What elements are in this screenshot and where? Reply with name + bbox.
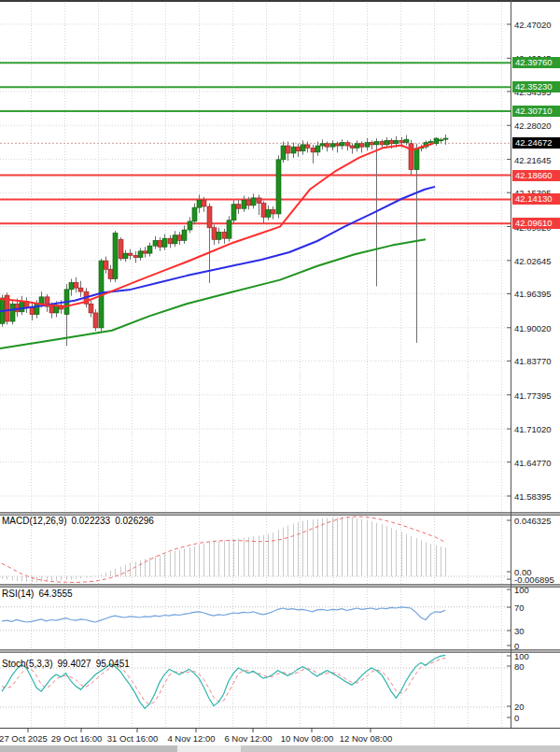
price-panel[interactable]: [0, 63, 511, 348]
candle-bull: [217, 232, 221, 239]
candle-bull: [173, 235, 177, 244]
candle-bear: [399, 140, 404, 142]
candle-bear: [15, 304, 20, 312]
candle-bear: [89, 304, 93, 313]
candle-bull: [434, 138, 439, 144]
candle-bull: [340, 143, 344, 146]
candle-bull: [123, 253, 128, 259]
rsi-name: RSI(14): [2, 589, 34, 599]
candle-bear: [296, 147, 301, 151]
candle-bull: [404, 139, 409, 142]
candle-bull: [414, 149, 419, 170]
candle-bull: [320, 144, 325, 146]
candle-bear: [311, 148, 315, 152]
candle-bull: [20, 301, 24, 311]
candle-bull: [162, 238, 167, 247]
rsi-label: RSI(14)64.3555: [2, 589, 73, 599]
candle-bear: [168, 238, 173, 244]
candle-bear: [202, 200, 206, 206]
candle-bull: [242, 200, 246, 208]
candle-bull: [281, 146, 286, 160]
stoch-name: Stoch(5,3,3): [2, 659, 52, 669]
rsi-value: 64.3555: [38, 589, 72, 599]
candle-bear: [271, 209, 275, 214]
candle-bull: [276, 160, 281, 214]
candle-bear: [177, 235, 182, 241]
candle-bear: [359, 144, 364, 147]
candle-bull: [355, 144, 359, 149]
scrollbar-track-right[interactable]: [241, 745, 560, 752]
candle-bear: [335, 144, 340, 146]
candle-bear: [30, 307, 35, 314]
candle-bull: [291, 147, 296, 153]
candle-bull: [443, 138, 448, 139]
candle-bear: [158, 240, 162, 247]
candle-bear: [380, 141, 385, 144]
candle-bear: [345, 143, 350, 146]
candle-bear: [74, 282, 78, 288]
candle-bear: [128, 253, 133, 255]
candle-bear: [104, 261, 108, 269]
candle-bull: [374, 141, 379, 144]
candle-bull: [138, 251, 143, 258]
candle-bull: [301, 145, 305, 151]
candle-bear: [325, 144, 329, 147]
candle-bull: [385, 140, 389, 145]
candle-bear: [93, 313, 98, 328]
candle-bear: [370, 143, 374, 145]
candle-bull: [330, 144, 335, 147]
candle-bull: [227, 220, 231, 238]
candle-bull: [315, 146, 320, 152]
macd-label: MACD(12,26,9)0.0222330.026296: [2, 516, 154, 526]
candle-bear: [207, 206, 212, 228]
candle-bull: [39, 297, 44, 304]
candle-bull: [365, 143, 370, 148]
macd-signal-value: 0.026296: [115, 516, 154, 526]
candle-bear: [389, 140, 394, 143]
candle-bear: [108, 269, 113, 278]
macd-main-value: 0.022233: [71, 516, 110, 526]
macd-signal-line: [2, 517, 445, 582]
candle-bull: [113, 233, 118, 278]
macd-panel[interactable]: [0, 517, 511, 582]
candle-bull: [197, 200, 202, 207]
candle-bull: [394, 140, 399, 143]
candle-bull: [182, 230, 187, 240]
macd-name: MACD(12,26,9): [2, 516, 66, 526]
candle-bear: [409, 144, 413, 170]
candle-bull: [192, 207, 197, 221]
candle-bull: [147, 246, 152, 253]
candle-bear: [350, 146, 355, 148]
candle-bull: [439, 140, 443, 141]
scrollbar-thumb[interactable]: [177, 745, 241, 752]
candle-bull: [69, 282, 74, 289]
candle-bear: [212, 228, 217, 240]
candle-bull: [251, 198, 256, 206]
horizontal-scrollbar[interactable]: [0, 745, 560, 752]
candle-bear: [119, 239, 123, 259]
candlesticks-layer: [0, 135, 448, 346]
stoch-d-value: 95.0451: [96, 659, 130, 669]
candle-bear: [246, 200, 251, 206]
chart-canvas[interactable]: [0, 0, 560, 752]
stoch-k-value: 99.4027: [57, 659, 91, 669]
candle-bear: [286, 146, 290, 153]
candle-bear: [305, 145, 310, 148]
candle-bull: [428, 141, 433, 142]
candle-bear: [257, 198, 261, 204]
trading-chart-window: 42.4702042.4064542.3439542.2802042.21645…: [0, 0, 560, 752]
stoch-label: Stoch(5,3,3)99.402795.0451: [2, 659, 130, 669]
candle-bull: [231, 205, 236, 220]
candle-bull: [153, 240, 158, 246]
candle-bear: [78, 288, 83, 291]
candle-bear: [222, 232, 227, 238]
candle-bear: [133, 255, 138, 257]
frame-layer: [0, 0, 560, 732]
candle-bear: [261, 204, 266, 218]
rsi-panel[interactable]: [0, 607, 511, 631]
candle-bull: [266, 209, 271, 217]
scrollbar-track-left[interactable]: [0, 745, 177, 752]
candle-bull: [10, 304, 15, 321]
candle-bear: [236, 205, 241, 209]
candle-bear: [143, 251, 147, 253]
